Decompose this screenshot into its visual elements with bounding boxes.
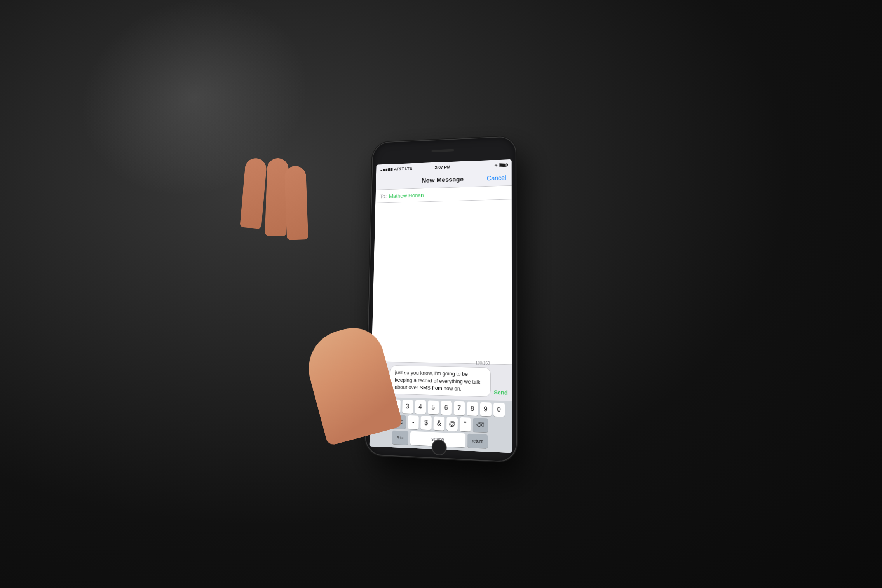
key-3[interactable]: 3 bbox=[402, 400, 413, 414]
message-input[interactable]: just so you know, I'm going to be keepin… bbox=[390, 365, 491, 397]
signal-dot-2 bbox=[383, 169, 385, 171]
to-label: To: bbox=[380, 193, 387, 199]
key-9[interactable]: 9 bbox=[480, 402, 491, 416]
battery-icon bbox=[499, 163, 507, 167]
finger-1 bbox=[240, 157, 267, 229]
left-hand-fingers bbox=[235, 158, 305, 294]
phone-speaker bbox=[432, 149, 454, 152]
signal-dot-3 bbox=[385, 168, 387, 171]
status-time: 2:07 PM bbox=[435, 164, 450, 169]
key-6[interactable]: 6 bbox=[441, 401, 452, 415]
cancel-button[interactable]: Cancel bbox=[487, 174, 506, 181]
key-amp[interactable]: & bbox=[434, 416, 445, 431]
key-dollar[interactable]: $ bbox=[420, 416, 432, 430]
key-4[interactable]: 4 bbox=[415, 400, 426, 414]
finger-3 bbox=[284, 166, 309, 240]
recipient-value: Mathew Honan bbox=[389, 192, 424, 199]
status-left: AT&T LTE bbox=[380, 166, 412, 171]
signal-dot-1 bbox=[380, 169, 382, 171]
signal-dot-4 bbox=[388, 168, 390, 171]
key-dash[interactable]: - bbox=[408, 415, 419, 429]
key-5[interactable]: 5 bbox=[427, 400, 439, 414]
battery-fill bbox=[500, 164, 506, 166]
key-symbols[interactable]: #+= bbox=[392, 430, 408, 445]
key-0[interactable]: 0 bbox=[493, 402, 505, 417]
nav-title: New Message bbox=[422, 175, 464, 184]
message-text: just so you know, I'm going to be keepin… bbox=[395, 369, 480, 391]
signal-dot-5 bbox=[391, 167, 393, 171]
char-count: 100/160 bbox=[476, 361, 490, 365]
signal-dots bbox=[380, 167, 392, 171]
key-8[interactable]: 8 bbox=[467, 401, 478, 416]
key-at[interactable]: @ bbox=[446, 417, 458, 431]
delete-key[interactable]: ⌫ bbox=[473, 417, 488, 432]
message-body-empty[interactable] bbox=[371, 199, 512, 365]
compose-area bbox=[371, 199, 512, 365]
send-button[interactable]: Send bbox=[494, 389, 508, 396]
return-key[interactable]: return bbox=[467, 433, 488, 448]
scene: AT&T LTE 2:07 PM ✳ New Message Cancel To… bbox=[266, 42, 616, 547]
key-quote[interactable]: " bbox=[460, 417, 471, 431]
status-right: ✳ bbox=[495, 162, 507, 167]
bluetooth-icon: ✳ bbox=[495, 163, 498, 167]
key-7[interactable]: 7 bbox=[453, 401, 465, 415]
carrier-label: AT&T LTE bbox=[394, 166, 412, 171]
